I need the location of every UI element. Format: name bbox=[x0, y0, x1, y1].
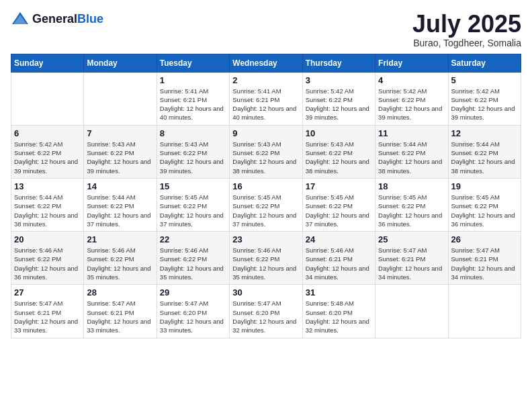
day-info: Sunrise: 5:44 AMSunset: 6:22 PMDaylight:… bbox=[14, 193, 81, 228]
calendar-cell: 17Sunrise: 5:45 AMSunset: 6:22 PMDayligh… bbox=[302, 178, 375, 231]
calendar-week-3: 13Sunrise: 5:44 AMSunset: 6:22 PMDayligh… bbox=[11, 178, 521, 231]
calendar-week-2: 6Sunrise: 5:42 AMSunset: 6:22 PMDaylight… bbox=[11, 125, 521, 178]
page-header: GeneralBlue July 2025 Burao, Togdheer, S… bbox=[11, 11, 521, 48]
day-number: 19 bbox=[451, 181, 518, 191]
day-number: 16 bbox=[232, 181, 299, 191]
day-number: 17 bbox=[306, 181, 372, 191]
day-number: 26 bbox=[451, 234, 518, 244]
calendar-body: 1Sunrise: 5:41 AMSunset: 6:21 PMDaylight… bbox=[11, 72, 521, 338]
logo-general: General bbox=[32, 12, 77, 26]
title-area: July 2025 Burao, Togdheer, Somalia bbox=[412, 11, 521, 48]
day-info: Sunrise: 5:46 AMSunset: 6:22 PMDaylight:… bbox=[14, 246, 81, 281]
day-info: Sunrise: 5:42 AMSunset: 6:22 PMDaylight:… bbox=[378, 87, 445, 122]
day-number: 24 bbox=[306, 234, 372, 244]
day-info: Sunrise: 5:42 AMSunset: 6:22 PMDaylight:… bbox=[306, 87, 372, 122]
day-info: Sunrise: 5:44 AMSunset: 6:22 PMDaylight:… bbox=[451, 140, 518, 175]
day-info: Sunrise: 5:48 AMSunset: 6:20 PMDaylight:… bbox=[306, 299, 372, 334]
day-number: 27 bbox=[14, 287, 81, 298]
weekday-header-monday: Monday bbox=[84, 54, 157, 72]
day-info: Sunrise: 5:46 AMSunset: 6:22 PMDaylight:… bbox=[87, 246, 153, 281]
day-info: Sunrise: 5:47 AMSunset: 6:21 PMDaylight:… bbox=[378, 246, 445, 281]
day-number: 4 bbox=[378, 75, 445, 85]
day-number: 9 bbox=[232, 128, 299, 138]
day-info: Sunrise: 5:47 AMSunset: 6:20 PMDaylight:… bbox=[160, 299, 226, 334]
weekday-header-saturday: Saturday bbox=[448, 54, 521, 72]
day-number: 3 bbox=[306, 75, 372, 85]
calendar-cell: 13Sunrise: 5:44 AMSunset: 6:22 PMDayligh… bbox=[11, 178, 84, 231]
day-number: 23 bbox=[232, 234, 299, 244]
calendar-cell: 24Sunrise: 5:46 AMSunset: 6:21 PMDayligh… bbox=[302, 232, 375, 285]
calendar-week-1: 1Sunrise: 5:41 AMSunset: 6:21 PMDaylight… bbox=[11, 72, 521, 125]
calendar-cell: 30Sunrise: 5:47 AMSunset: 6:20 PMDayligh… bbox=[230, 285, 302, 338]
day-info: Sunrise: 5:45 AMSunset: 6:22 PMDaylight:… bbox=[160, 193, 226, 228]
calendar-cell bbox=[11, 72, 84, 125]
calendar-cell: 7Sunrise: 5:43 AMSunset: 6:22 PMDaylight… bbox=[84, 125, 157, 178]
calendar-cell: 27Sunrise: 5:47 AMSunset: 6:21 PMDayligh… bbox=[11, 285, 84, 338]
calendar-cell: 3Sunrise: 5:42 AMSunset: 6:22 PMDaylight… bbox=[302, 72, 375, 125]
day-number: 13 bbox=[14, 181, 81, 191]
calendar-cell: 23Sunrise: 5:46 AMSunset: 6:22 PMDayligh… bbox=[230, 232, 302, 285]
logo-blue: Blue bbox=[77, 12, 103, 26]
day-info: Sunrise: 5:45 AMSunset: 6:22 PMDaylight:… bbox=[306, 193, 372, 228]
calendar-cell: 11Sunrise: 5:44 AMSunset: 6:22 PMDayligh… bbox=[375, 125, 448, 178]
day-info: Sunrise: 5:41 AMSunset: 6:21 PMDaylight:… bbox=[160, 87, 226, 122]
day-number: 20 bbox=[14, 234, 81, 244]
calendar-cell bbox=[375, 285, 448, 338]
day-info: Sunrise: 5:43 AMSunset: 6:22 PMDaylight:… bbox=[87, 140, 153, 175]
day-info: Sunrise: 5:47 AMSunset: 6:21 PMDaylight:… bbox=[87, 299, 153, 334]
location-title: Burao, Togdheer, Somalia bbox=[412, 38, 521, 48]
calendar-table: SundayMondayTuesdayWednesdayThursdayFrid… bbox=[11, 54, 521, 338]
day-info: Sunrise: 5:45 AMSunset: 6:22 PMDaylight:… bbox=[232, 193, 299, 228]
day-number: 1 bbox=[160, 75, 226, 85]
day-number: 22 bbox=[160, 234, 226, 244]
day-number: 30 bbox=[232, 287, 299, 298]
calendar-cell: 9Sunrise: 5:43 AMSunset: 6:22 PMDaylight… bbox=[230, 125, 302, 178]
day-number: 14 bbox=[87, 181, 153, 191]
day-number: 5 bbox=[451, 75, 518, 85]
month-title: July 2025 bbox=[412, 11, 521, 38]
day-number: 18 bbox=[378, 181, 445, 191]
day-info: Sunrise: 5:47 AMSunset: 6:21 PMDaylight:… bbox=[14, 299, 81, 334]
day-number: 7 bbox=[87, 128, 153, 138]
day-number: 25 bbox=[378, 234, 445, 244]
day-info: Sunrise: 5:43 AMSunset: 6:22 PMDaylight:… bbox=[160, 140, 226, 175]
weekday-header-friday: Friday bbox=[375, 54, 448, 72]
day-info: Sunrise: 5:43 AMSunset: 6:22 PMDaylight:… bbox=[232, 140, 299, 175]
day-info: Sunrise: 5:46 AMSunset: 6:22 PMDaylight:… bbox=[160, 246, 226, 281]
calendar-cell: 5Sunrise: 5:42 AMSunset: 6:22 PMDaylight… bbox=[448, 72, 521, 125]
day-info: Sunrise: 5:45 AMSunset: 6:22 PMDaylight:… bbox=[451, 193, 518, 228]
calendar-cell bbox=[448, 285, 521, 338]
calendar-cell: 18Sunrise: 5:45 AMSunset: 6:22 PMDayligh… bbox=[375, 178, 448, 231]
calendar-week-4: 20Sunrise: 5:46 AMSunset: 6:22 PMDayligh… bbox=[11, 232, 521, 285]
day-info: Sunrise: 5:44 AMSunset: 6:22 PMDaylight:… bbox=[378, 140, 445, 175]
weekday-header-thursday: Thursday bbox=[302, 54, 375, 72]
calendar-cell: 1Sunrise: 5:41 AMSunset: 6:21 PMDaylight… bbox=[157, 72, 229, 125]
day-info: Sunrise: 5:44 AMSunset: 6:22 PMDaylight:… bbox=[87, 193, 153, 228]
day-info: Sunrise: 5:42 AMSunset: 6:22 PMDaylight:… bbox=[14, 140, 81, 175]
calendar-cell: 28Sunrise: 5:47 AMSunset: 6:21 PMDayligh… bbox=[84, 285, 157, 338]
calendar-cell: 29Sunrise: 5:47 AMSunset: 6:20 PMDayligh… bbox=[157, 285, 229, 338]
day-number: 10 bbox=[306, 128, 372, 138]
calendar-week-5: 27Sunrise: 5:47 AMSunset: 6:21 PMDayligh… bbox=[11, 285, 521, 338]
weekday-header-row: SundayMondayTuesdayWednesdayThursdayFrid… bbox=[11, 54, 521, 72]
calendar-cell: 4Sunrise: 5:42 AMSunset: 6:22 PMDaylight… bbox=[375, 72, 448, 125]
calendar-cell: 8Sunrise: 5:43 AMSunset: 6:22 PMDaylight… bbox=[157, 125, 229, 178]
day-number: 12 bbox=[451, 128, 518, 138]
calendar-cell: 25Sunrise: 5:47 AMSunset: 6:21 PMDayligh… bbox=[375, 232, 448, 285]
weekday-header-sunday: Sunday bbox=[11, 54, 84, 72]
calendar-cell: 12Sunrise: 5:44 AMSunset: 6:22 PMDayligh… bbox=[448, 125, 521, 178]
calendar-cell: 21Sunrise: 5:46 AMSunset: 6:22 PMDayligh… bbox=[84, 232, 157, 285]
calendar-cell: 10Sunrise: 5:43 AMSunset: 6:22 PMDayligh… bbox=[302, 125, 375, 178]
calendar-cell: 14Sunrise: 5:44 AMSunset: 6:22 PMDayligh… bbox=[84, 178, 157, 231]
day-info: Sunrise: 5:41 AMSunset: 6:21 PMDaylight:… bbox=[232, 87, 299, 122]
day-number: 21 bbox=[87, 234, 153, 244]
weekday-header-tuesday: Tuesday bbox=[157, 54, 229, 72]
day-number: 28 bbox=[87, 287, 153, 298]
day-info: Sunrise: 5:46 AMSunset: 6:22 PMDaylight:… bbox=[232, 246, 299, 281]
calendar-cell bbox=[84, 72, 157, 125]
day-number: 15 bbox=[160, 181, 226, 191]
calendar-cell: 2Sunrise: 5:41 AMSunset: 6:21 PMDaylight… bbox=[230, 72, 302, 125]
calendar-cell: 15Sunrise: 5:45 AMSunset: 6:22 PMDayligh… bbox=[157, 178, 229, 231]
calendar-cell: 31Sunrise: 5:48 AMSunset: 6:20 PMDayligh… bbox=[302, 285, 375, 338]
day-number: 11 bbox=[378, 128, 445, 138]
